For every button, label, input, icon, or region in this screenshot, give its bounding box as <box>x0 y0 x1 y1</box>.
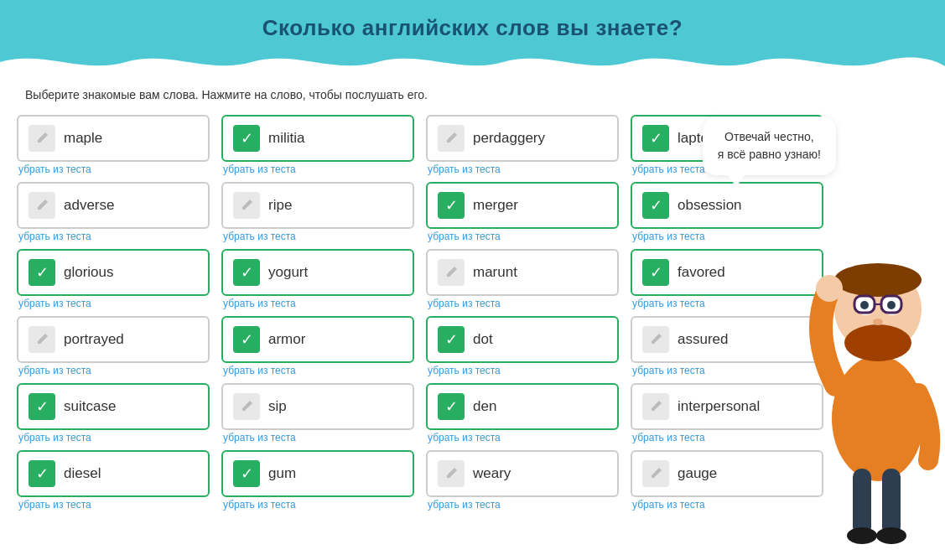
remove-link-armor[interactable]: убрать из теста <box>221 365 414 376</box>
remove-link-portrayed[interactable]: убрать из теста <box>17 365 210 376</box>
word-cell-interpersonal: interpersonalубрать из теста <box>631 383 823 443</box>
checkmark-icon: ✓ <box>438 326 465 353</box>
remove-link-suitcase[interactable]: убрать из теста <box>17 432 210 443</box>
word-cell-suitcase: ✓suitcaseубрать из теста <box>17 383 210 443</box>
remove-link-adverse[interactable]: убрать из теста <box>17 231 210 242</box>
word-box-armor[interactable]: ✓armor <box>221 316 414 363</box>
word-box-gauge[interactable]: gauge <box>631 450 823 497</box>
remove-link-sip[interactable]: убрать из теста <box>221 432 414 443</box>
word-box-ripe[interactable]: ripe <box>221 182 414 229</box>
page-title: Сколько английских слов вы знаете? <box>0 15 945 41</box>
uncheck-icon <box>438 460 465 487</box>
bubble-text-1: Отвечай честно, <box>724 130 814 143</box>
word-text-assured: assured <box>678 331 728 348</box>
word-box-sip[interactable]: sip <box>221 383 414 430</box>
word-box-adverse[interactable]: adverse <box>17 182 210 229</box>
checkmark-icon: ✓ <box>642 259 669 286</box>
remove-link-merger[interactable]: убрать из теста <box>426 231 619 242</box>
remove-link-ripe[interactable]: убрать из теста <box>221 231 414 242</box>
word-box-glorious[interactable]: ✓glorious <box>17 249 210 296</box>
word-box-dot[interactable]: ✓dot <box>426 316 619 363</box>
word-box-diesel[interactable]: ✓diesel <box>17 450 210 497</box>
remove-link-yogurt[interactable]: убрать из теста <box>221 298 414 309</box>
checkmark-icon: ✓ <box>233 125 260 152</box>
word-cell-perdaggery: perdaggeryубрать из теста <box>426 115 619 175</box>
word-box-perdaggery[interactable]: perdaggery <box>426 115 619 162</box>
uncheck-icon <box>642 393 669 420</box>
checkmark-icon: ✓ <box>438 192 465 219</box>
word-text-sip: sip <box>268 398 287 415</box>
svg-point-15 <box>876 527 906 544</box>
svg-point-14 <box>847 527 877 544</box>
word-text-favored: favored <box>678 264 725 281</box>
svg-point-0 <box>832 355 924 481</box>
word-cell-obsession: ✓obsessionубрать из теста <box>631 182 823 242</box>
word-text-perdaggery: perdaggery <box>473 130 545 147</box>
word-cell-sip: sipубрать из теста <box>221 383 414 443</box>
remove-link-diesel[interactable]: убрать из теста <box>17 499 210 511</box>
word-cell-assured: assuredубрать из теста <box>631 316 823 376</box>
remove-link-gauge[interactable]: убрать из теста <box>631 499 823 511</box>
word-text-den: den <box>473 398 496 415</box>
word-cell-marunt: maruntубрать из теста <box>426 249 619 309</box>
remove-link-assured[interactable]: убрать из теста <box>631 365 823 376</box>
remove-link-favored[interactable]: убрать из теста <box>631 298 823 309</box>
svg-point-16 <box>816 275 843 302</box>
word-cell-ripe: ripeубрать из теста <box>221 182 414 242</box>
word-text-suitcase: suitcase <box>64 398 116 415</box>
word-box-favored[interactable]: ✓favored <box>631 249 823 296</box>
svg-point-9 <box>860 301 869 309</box>
word-box-merger[interactable]: ✓merger <box>426 182 619 229</box>
remove-link-glorious[interactable]: убрать из теста <box>17 298 210 309</box>
word-box-portrayed[interactable]: portrayed <box>17 316 210 363</box>
remove-link-den[interactable]: убрать из теста <box>426 432 619 443</box>
word-box-gum[interactable]: ✓gum <box>221 450 414 497</box>
word-box-marunt[interactable]: marunt <box>426 249 619 296</box>
svg-point-3 <box>844 324 911 361</box>
word-text-diesel: diesel <box>64 465 101 482</box>
remove-link-obsession[interactable]: убрать из теста <box>631 231 823 242</box>
word-box-obsession[interactable]: ✓obsession <box>631 182 823 229</box>
word-text-adverse: adverse <box>64 197 114 214</box>
word-box-maple[interactable]: maple <box>17 115 210 162</box>
word-box-den[interactable]: ✓den <box>426 383 619 430</box>
word-box-yogurt[interactable]: ✓yogurt <box>221 249 414 296</box>
remove-link-weary[interactable]: убрать из теста <box>426 499 619 511</box>
checkmark-icon: ✓ <box>233 259 260 286</box>
remove-link-marunt[interactable]: убрать из теста <box>426 298 619 309</box>
word-cell-glorious: ✓gloriousубрать из теста <box>17 249 210 309</box>
main-content: Отвечай честно, я всё равно узнаю! <box>0 75 945 560</box>
uncheck-icon <box>438 125 465 152</box>
word-box-interpersonal[interactable]: interpersonal <box>631 383 823 430</box>
uncheck-icon <box>233 393 260 420</box>
word-cell-yogurt: ✓yogurtубрать из теста <box>221 249 414 309</box>
word-text-marunt: marunt <box>473 264 517 281</box>
word-cell-gum: ✓gumубрать из теста <box>221 450 414 511</box>
checkmark-icon: ✓ <box>642 192 669 219</box>
word-box-assured[interactable]: assured <box>631 316 823 363</box>
bubble-text-2: я всё равно узнаю! <box>718 148 821 161</box>
word-box-suitcase[interactable]: ✓suitcase <box>17 383 210 430</box>
word-cell-dot: ✓dotубрать из теста <box>426 316 619 376</box>
word-text-gum: gum <box>268 465 296 482</box>
checkmark-icon: ✓ <box>438 393 465 420</box>
svg-rect-13 <box>882 469 901 536</box>
word-cell-den: ✓denубрать из теста <box>426 383 619 443</box>
word-text-armor: armor <box>268 331 305 348</box>
remove-link-maple[interactable]: убрать из теста <box>17 163 210 175</box>
word-cell-gauge: gaugeубрать из теста <box>631 450 823 511</box>
checkmark-icon: ✓ <box>29 460 55 487</box>
word-box-militia[interactable]: ✓militia <box>221 115 414 162</box>
word-text-interpersonal: interpersonal <box>678 398 760 415</box>
svg-point-10 <box>887 301 896 309</box>
word-text-dot: dot <box>473 331 493 348</box>
word-cell-maple: mapleубрать из теста <box>17 115 210 175</box>
word-box-weary[interactable]: weary <box>426 450 619 497</box>
uncheck-icon <box>438 259 465 286</box>
remove-link-gum[interactable]: убрать из теста <box>221 499 414 511</box>
remove-link-perdaggery[interactable]: убрать из теста <box>426 163 619 175</box>
remove-link-interpersonal[interactable]: убрать из теста <box>631 432 823 443</box>
checkmark-icon: ✓ <box>233 326 260 353</box>
remove-link-dot[interactable]: убрать из теста <box>426 365 619 376</box>
remove-link-militia[interactable]: убрать из теста <box>221 163 414 175</box>
